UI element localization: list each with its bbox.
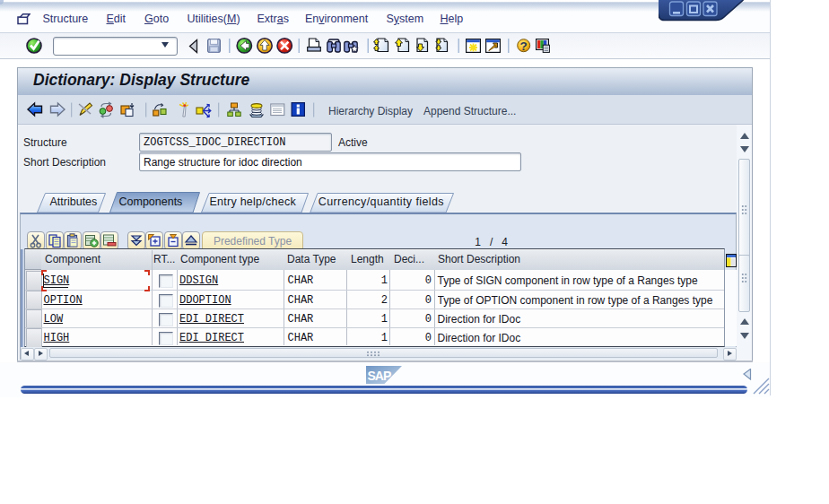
svg-text:?: ? (520, 39, 528, 53)
svg-text:SAP: SAP (367, 369, 390, 383)
